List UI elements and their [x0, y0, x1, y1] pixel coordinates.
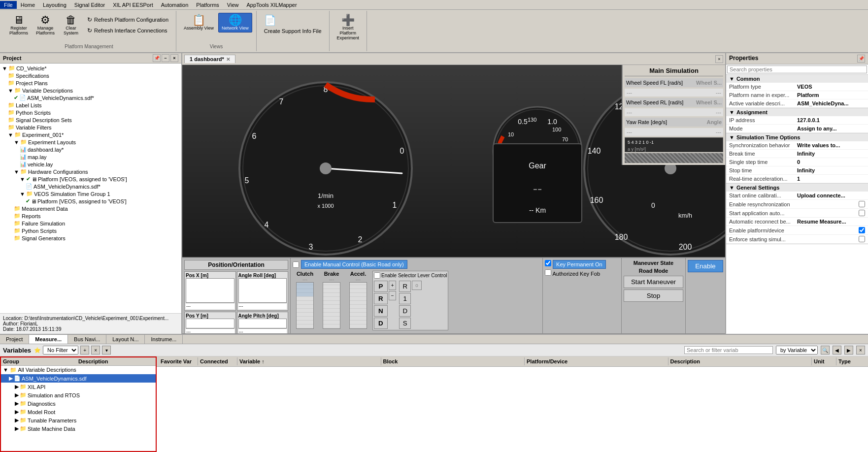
menu-home[interactable]: Home — [17, 1, 39, 9]
r-btn[interactable]: R — [399, 281, 411, 292]
menu-view[interactable]: View — [223, 1, 243, 9]
brake-slider[interactable] — [323, 282, 340, 329]
tree-item[interactable]: ▼ 📁 VEOS Simulation Time Group 1 — [19, 190, 180, 197]
menu-platforms[interactable]: Platforms — [192, 1, 223, 9]
tree-item[interactable]: ✔ 🖥 Platform [VEOS, assigned to 'VEOS'] — [25, 197, 180, 205]
close-panel-btn[interactable]: × — [170, 54, 178, 62]
pin-btn[interactable]: 📌 — [153, 54, 161, 62]
menu-automation[interactable]: Automation — [157, 1, 193, 9]
accel-slider[interactable] — [349, 282, 367, 329]
tree-item[interactable]: ▼ ✔ 🖥 Platform [VEOS, assigned to 'VEOS'… — [19, 175, 180, 183]
search-by-select[interactable]: by Variable — [776, 346, 818, 355]
tree-item[interactable]: 📁 Signal Generators — [13, 234, 180, 242]
plus-btn[interactable]: + — [389, 281, 397, 290]
props-pin-btn[interactable]: 📌 — [857, 55, 865, 63]
tree-item[interactable]: 📁 Measurement Data — [13, 205, 180, 212]
park-btn[interactable]: P — [374, 281, 388, 292]
menu-xil[interactable]: XIL API EESPort — [109, 1, 157, 9]
tree-item[interactable]: 📁 Specifications — [7, 72, 180, 79]
variable-search-input[interactable] — [684, 346, 773, 354]
clear-system-btn[interactable]: 🗑 ClearSystem — [59, 13, 83, 37]
var-tree-item-tunable[interactable]: ▶ 📁 Tunable Parameters — [1, 416, 156, 424]
stop-btn[interactable]: Stop — [624, 290, 683, 302]
tab-close-btn[interactable]: ✕ — [226, 57, 230, 62]
bottom-tab-bus[interactable]: Bus Navi... — [68, 335, 106, 344]
search-prev-btn[interactable]: ◀ — [833, 346, 841, 355]
clutch-slider[interactable] — [296, 282, 314, 329]
dashboard-tab[interactable]: 1 dashboard* ✕ — [184, 55, 235, 63]
tree-item[interactable]: 📁 Variable Filters — [7, 124, 180, 131]
d-btn[interactable]: D — [399, 305, 411, 317]
tree-item[interactable]: ▼ 📁 CD_Vehicle* — [1, 65, 180, 72]
drive-btn[interactable]: D — [374, 318, 388, 329]
resync-checkbox[interactable] — [859, 201, 865, 207]
search-btn[interactable]: 🔍 — [821, 346, 830, 355]
minus-btn[interactable]: − — [389, 291, 397, 300]
property-search-input[interactable] — [727, 65, 867, 73]
tree-item[interactable]: ▼ 📁 Experiment Layouts — [13, 138, 180, 146]
search-next-btn[interactable]: ▶ — [844, 346, 853, 355]
var-tree-item-diag[interactable]: ▶ 📁 Diagnostics — [1, 399, 156, 408]
register-platforms-btn[interactable]: 🖥 RegisterPlatforms — [6, 13, 32, 37]
tree-item[interactable]: ▼ 📁 Hardware Configurations — [13, 168, 180, 175]
network-view-btn[interactable]: 🌐 Network View — [218, 13, 252, 32]
neutral-btn[interactable]: N — [374, 305, 388, 317]
var-tree-item-asm[interactable]: ▶ 📄 ASM_VehicleDynamics.sdf — [1, 374, 156, 383]
filter-select[interactable]: No Filter — [43, 346, 78, 355]
bottom-tab-layout[interactable]: Layout N... — [106, 335, 145, 344]
filter-options-btn[interactable]: ▾ — [102, 346, 111, 355]
sim-time-header[interactable]: ▼ Simulation Time Options — [726, 133, 868, 141]
bottom-tab-instrume[interactable]: Instrume... — [145, 335, 183, 344]
tree-item[interactable]: 📁 Signal Description Sets — [7, 116, 180, 124]
menu-signal-editor[interactable]: Signal Editor — [70, 1, 109, 9]
clear-search-btn[interactable]: × — [856, 346, 865, 355]
menu-file[interactable]: File — [0, 1, 17, 9]
tree-item[interactable]: 📊 map.lay — [19, 153, 180, 161]
enforce-checkbox[interactable] — [859, 236, 865, 242]
authorized-fob-checkbox[interactable] — [545, 269, 551, 276]
enable-platform-checkbox[interactable] — [859, 227, 865, 233]
tree-item[interactable]: 📄 ASM_VehicleDynamics.sdf* — [25, 183, 180, 190]
var-tree-item-xil[interactable]: ▶ 📁 XIL API — [1, 383, 156, 391]
tree-item[interactable]: 📁 Failure Simulation — [13, 220, 180, 227]
manual-control-checkbox[interactable] — [293, 261, 299, 268]
reverse-btn[interactable]: R — [374, 293, 388, 304]
var-tree-item-sim[interactable]: ▶ 📁 Simulation and RTOS — [1, 391, 156, 399]
key-permanent-checkbox[interactable] — [545, 260, 551, 266]
var-tree-item[interactable]: ▼ 📁 All Variable Descriptions — [1, 366, 156, 374]
enable-btn[interactable]: Enable — [688, 260, 723, 272]
filter-remove-btn[interactable]: × — [91, 346, 100, 355]
var-tree-item-model[interactable]: ▶ 📁 Model Root — [1, 408, 156, 416]
tree-item[interactable]: 📁 Project Plans — [7, 79, 180, 87]
refresh-interface-btn[interactable]: ↻ Refresh Interface Connections — [84, 26, 172, 35]
refresh-platform-btn[interactable]: ↻ Refresh Platform Configuration — [84, 15, 172, 25]
manage-platforms-btn[interactable]: ⚙ ManagePlatforms — [33, 13, 58, 37]
tree-item[interactable]: ▼ 📁 Experiment_001* — [7, 131, 180, 138]
general-header[interactable]: ▼ General Settings — [726, 184, 868, 192]
bottom-tab-project[interactable]: Project — [0, 335, 29, 344]
tree-item[interactable]: 📁 Label Lists — [7, 101, 180, 109]
panel-expand-btn[interactable]: × — [715, 55, 723, 63]
start-maneuver-btn[interactable]: Start Maneuver — [624, 276, 683, 288]
tree-item[interactable]: 📁 Python Scripts — [13, 227, 180, 234]
menu-apptools[interactable]: AppTools XILMapper — [242, 1, 300, 9]
create-support-btn[interactable]: 📄 Create Support Info File — [261, 13, 325, 35]
tree-item[interactable]: ✔ 📄 ASM_VehicleDynamics.sdf* — [13, 94, 180, 101]
assembly-view-btn[interactable]: 📋 Assembly View — [180, 13, 217, 32]
selector-lever-checkbox[interactable] — [374, 272, 380, 279]
bottom-tab-measure[interactable]: Measure... — [29, 335, 68, 344]
tree-item[interactable]: 📁 Python Scripts — [7, 109, 180, 116]
app-auto-checkbox[interactable] — [859, 210, 865, 216]
filter-add-btn[interactable]: + — [80, 346, 89, 355]
minus-btn[interactable]: − — [162, 54, 169, 62]
var-tree-item-state[interactable]: ▶ 📁 State Machine Data — [1, 424, 156, 433]
menu-layouting[interactable]: Layouting — [39, 1, 70, 9]
common-header[interactable]: ▼ Common — [726, 75, 868, 83]
tree-item[interactable]: 📊 vehicle.lay — [19, 161, 180, 168]
assignment-header[interactable]: ▼ Assignment — [726, 108, 868, 116]
tree-item[interactable]: 📁 Reports — [13, 212, 180, 220]
s-btn[interactable]: S — [399, 318, 411, 329]
tree-item[interactable]: ▼ 📁 Variable Descriptions — [7, 87, 180, 94]
tree-item[interactable]: 📊 dashboard.lay* — [19, 146, 180, 153]
insert-platform-btn[interactable]: ➕ InsertPlatformExperiment — [334, 13, 363, 42]
